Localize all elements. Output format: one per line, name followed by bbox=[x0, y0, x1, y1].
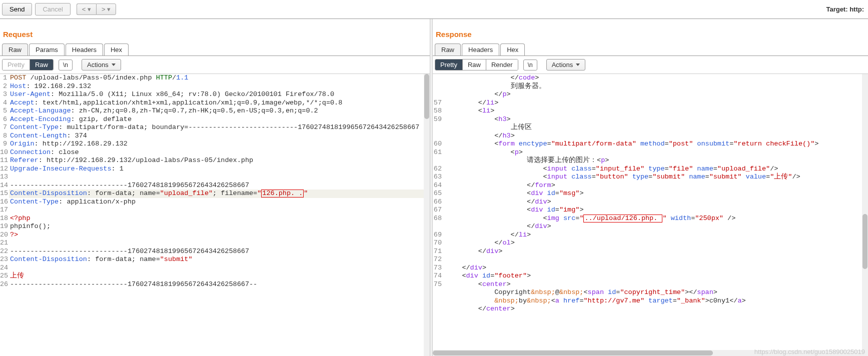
target-label: Target: http: bbox=[826, 6, 866, 13]
tab-raw[interactable]: Raw bbox=[2, 44, 28, 56]
tab-hex[interactable]: Hex bbox=[104, 44, 129, 56]
actions-dropdown[interactable]: Actions bbox=[82, 59, 121, 70]
resp-view-raw[interactable]: Raw bbox=[463, 60, 486, 70]
resp-actions-dropdown[interactable]: Actions bbox=[546, 59, 586, 70]
resp-tab-raw[interactable]: Raw bbox=[435, 44, 461, 56]
chevron-down-icon bbox=[576, 64, 580, 66]
view-raw[interactable]: Raw bbox=[30, 60, 53, 70]
response-subbar: Pretty Raw Render \n Actions bbox=[433, 56, 868, 74]
view-pretty[interactable]: Pretty bbox=[3, 60, 30, 70]
response-editor[interactable]: 57585960616263646566676869707172737475 <… bbox=[433, 74, 868, 356]
main-split: Request Raw Params Headers Hex Pretty Ra… bbox=[0, 19, 868, 356]
request-pane: Request Raw Params Headers Hex Pretty Ra… bbox=[0, 19, 430, 356]
history-forward-button[interactable]: > ▾ bbox=[96, 4, 116, 15]
chevron-down-icon bbox=[112, 64, 116, 66]
response-pane: Response Raw Headers Hex Pretty Raw Rend… bbox=[433, 19, 868, 356]
resp-linewrap-toggle[interactable]: \n bbox=[523, 60, 537, 70]
watermark: https://blog.csdn.net/guo15890025019 bbox=[754, 348, 865, 356]
response-title: Response bbox=[433, 19, 868, 44]
resp-view-pretty[interactable]: Pretty bbox=[435, 60, 463, 70]
request-view-mode: Pretty Raw bbox=[2, 59, 54, 70]
resp-scrollbar-vertical[interactable] bbox=[862, 74, 868, 356]
tab-headers[interactable]: Headers bbox=[66, 44, 103, 56]
request-tabs: Raw Params Headers Hex bbox=[0, 44, 430, 56]
request-subbar: Pretty Raw \n Actions bbox=[0, 56, 430, 74]
history-back-button[interactable]: < ▾ bbox=[77, 4, 96, 15]
top-toolbar: Send Cancel < ▾ > ▾ Target: http: bbox=[0, 0, 868, 19]
resp-view-render[interactable]: Render bbox=[486, 60, 518, 70]
response-view-mode: Pretty Raw Render bbox=[435, 59, 518, 70]
resp-tab-hex[interactable]: Hex bbox=[500, 44, 525, 56]
linewrap-toggle[interactable]: \n bbox=[59, 60, 73, 70]
history-nav: < ▾ > ▾ bbox=[77, 4, 116, 15]
request-title: Request bbox=[0, 19, 430, 44]
scrollbar-vertical[interactable] bbox=[424, 74, 430, 356]
response-tabs: Raw Headers Hex bbox=[433, 44, 868, 56]
resp-tab-headers[interactable]: Headers bbox=[462, 44, 499, 56]
send-button[interactable]: Send bbox=[2, 3, 32, 16]
cancel-button: Cancel bbox=[35, 3, 70, 16]
request-editor[interactable]: 1234567891011121314151617181920212223242… bbox=[0, 74, 430, 356]
tab-params[interactable]: Params bbox=[29, 44, 65, 56]
